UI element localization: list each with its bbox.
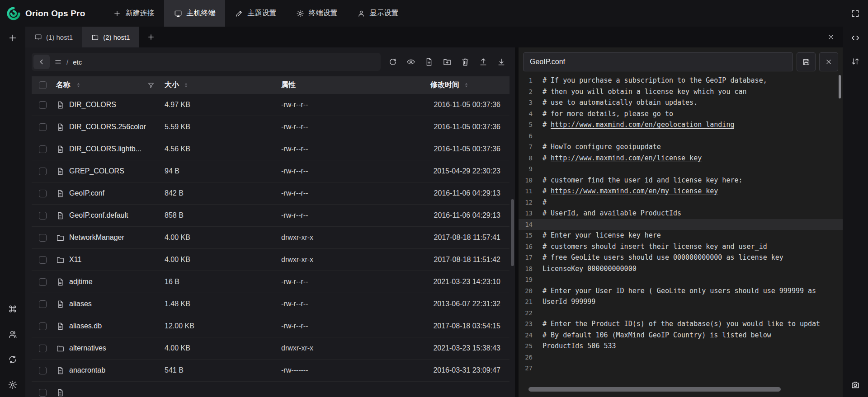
editor-line-7[interactable]: 7 # HowTo configure geoipupdate [519,141,843,153]
back-button[interactable] [33,55,50,69]
file-table-scrollbar[interactable] [511,199,514,266]
code-editor-button[interactable] [849,32,861,44]
editor-line-2[interactable]: 2 # then you will obtain a license key w… [519,86,843,98]
file-row[interactable]: NetworkManager 4.00 KB drwxr-xr-x 2017-0… [32,227,509,249]
editor-close-button[interactable] [819,52,838,71]
file-row[interactable]: GeoIP.conf.default 858 B -rw-r--r-- 2016… [32,205,509,227]
row-checkbox[interactable] [39,234,47,242]
editor-hscroll-thumb[interactable] [528,387,781,392]
row-checkbox[interactable] [39,145,47,153]
breadcrumb-path[interactable]: etc [73,58,82,66]
tab-host1-terminal[interactable]: (1) host1 [25,27,82,47]
editor-line-20[interactable]: 20 # Enter your User ID here ( GeoLite o… [519,285,843,297]
row-checkbox[interactable] [39,101,47,109]
sync-button[interactable] [7,354,19,365]
editor-filename-input[interactable]: GeoIP.conf [523,52,793,71]
column-header-size[interactable]: 大小 [165,80,179,90]
refresh-button[interactable] [385,54,401,70]
directory-list-icon[interactable] [54,58,62,66]
new-folder-button[interactable] [439,54,455,70]
nav-item-new-connection[interactable]: 新建连接 [103,0,164,27]
editor-line-14[interactable]: 14 [519,219,843,230]
sort-order-button[interactable] [849,56,861,67]
editor-line-10[interactable]: 10 # customer find the user_id and licen… [519,175,843,186]
editor-line-22[interactable]: 22 [519,308,843,319]
editor-line-25[interactable]: 25 ProductIds 506 533 [519,341,843,352]
row-checkbox[interactable] [39,300,47,308]
row-checkbox[interactable] [39,367,47,374]
editor-vertical-scrollbar[interactable] [839,75,841,98]
row-checkbox[interactable] [39,256,47,264]
file-row[interactable]: GREP_COLORS 94 B -rw-r--r-- 2015-04-29 2… [32,160,509,182]
upload-button[interactable] [475,54,491,70]
editor-line-6[interactable]: 6 [519,131,843,142]
editor-line-1[interactable]: 1 # If you purchase a subscription to th… [519,75,843,86]
row-checkbox[interactable] [39,322,47,330]
download-button[interactable] [493,54,509,70]
save-button[interactable] [797,52,816,71]
editor-line-12[interactable]: 12 # [519,197,843,208]
editor-line-5[interactable]: 5 # http://www.maxmind.com/en/geolocatio… [519,119,843,131]
column-header-name[interactable]: 名称 [56,80,71,90]
row-checkbox[interactable] [39,123,47,131]
nav-item-host-terminal[interactable]: 主机终端 [164,0,225,27]
sort-name-icon[interactable] [75,82,82,89]
file-row[interactable]: alternatives 4.00 KB drwxr-xr-x 2021-03-… [32,337,509,360]
column-header-mtime[interactable]: 修改时间 [430,80,459,90]
row-checkbox[interactable] [39,389,47,397]
editor-line-15[interactable]: 15 # Enter your license key here [519,230,843,241]
row-checkbox[interactable] [39,212,47,220]
code-link[interactable]: http://www.maxmind.com/en/geolocation_la… [551,121,734,129]
settings-button[interactable] [7,379,19,391]
editor-line-24[interactable]: 24 # By default 106 (MaxMind GeoIP Count… [519,330,843,341]
new-file-button[interactable] [421,54,437,70]
row-checkbox[interactable] [39,345,47,352]
file-row[interactable]: adjtime 16 B -rw-r--r-- 2021-03-23 14:23… [32,271,509,293]
code-link[interactable]: http://www.maxmind.com/en/license_key [551,154,702,162]
nav-item-display-settings[interactable]: 显示设置 [347,0,408,27]
command-button[interactable] [7,303,19,315]
new-button[interactable] [7,32,19,44]
editor-line-13[interactable]: 13 # UserId, and available ProductIds [519,208,843,219]
editor-line-16[interactable]: 16 # customers should insert their licen… [519,241,843,252]
select-all-checkbox[interactable] [39,81,47,89]
code-link[interactable]: https://www.maxmind.com/en/my_license_ke… [551,187,718,195]
editor-line-8[interactable]: 8 # http://www.maxmind.com/en/license_ke… [519,153,843,164]
fullscreen-button[interactable] [851,9,860,18]
file-row[interactable]: DIR_COLORS.256color 5.59 KB -rw-r--r-- 2… [32,116,509,138]
file-row[interactable]: anacrontab 541 B -rw------- 2016-03-31 2… [32,360,509,382]
editor-line-21[interactable]: 21 UserId 999999 [519,296,843,308]
file-row[interactable]: DIR_COLORS 4.97 KB -rw-r--r-- 2016-11-05… [32,94,509,116]
file-row-partial[interactable] [32,382,509,397]
row-checkbox[interactable] [39,168,47,175]
file-row[interactable]: aliases.db 12.00 KB -rw-r--r-- 2017-08-1… [32,315,509,337]
screenshot-button[interactable] [849,379,861,391]
editor-line-27[interactable]: 27 [519,363,843,374]
sort-size-icon[interactable] [183,82,189,89]
editor-line-3[interactable]: 3 # use to automatically obtain updates. [519,97,843,108]
editor-horizontal-scrollbar[interactable] [523,387,836,392]
editor-line-4[interactable]: 4 # for more details, please go to [519,108,843,120]
delete-button[interactable] [457,54,473,70]
row-checkbox[interactable] [39,278,47,286]
row-checkbox[interactable] [39,190,47,197]
users-button[interactable] [7,328,19,340]
editor-line-9[interactable]: 9 [519,163,843,175]
editor-line-18[interactable]: 18 LicenseKey 000000000000 [519,263,843,275]
editor-line-17[interactable]: 17 # free GeoLite users should use 00000… [519,252,843,263]
file-row[interactable]: DIR_COLORS.lightb... 4.56 KB -rw-r--r-- … [32,138,509,160]
file-row[interactable]: X11 4.00 KB drwxr-xr-x 2017-08-18 11:51:… [32,249,509,271]
close-panel-button[interactable] [822,27,840,47]
add-tab-button[interactable] [142,27,160,47]
file-row[interactable]: GeoIP.conf 842 B -rw-r--r-- 2016-11-06 0… [32,182,509,205]
file-row[interactable]: aliases 1.48 KB -rw-r--r-- 2013-06-07 22… [32,293,509,315]
editor-line-19[interactable]: 19 [519,274,843,285]
tab-host1-sftp[interactable]: (2) host1 [82,27,139,47]
nav-item-theme-settings[interactable]: 主题设置 [225,0,286,27]
nav-item-terminal-settings[interactable]: 终端设置 [286,0,347,27]
sort-mtime-icon[interactable] [463,82,470,89]
preview-button[interactable] [403,54,419,70]
filter-icon[interactable] [147,82,155,89]
code-editor[interactable]: 1 # If you purchase a subscription to th… [519,75,843,374]
editor-line-26[interactable]: 26 [519,352,843,363]
